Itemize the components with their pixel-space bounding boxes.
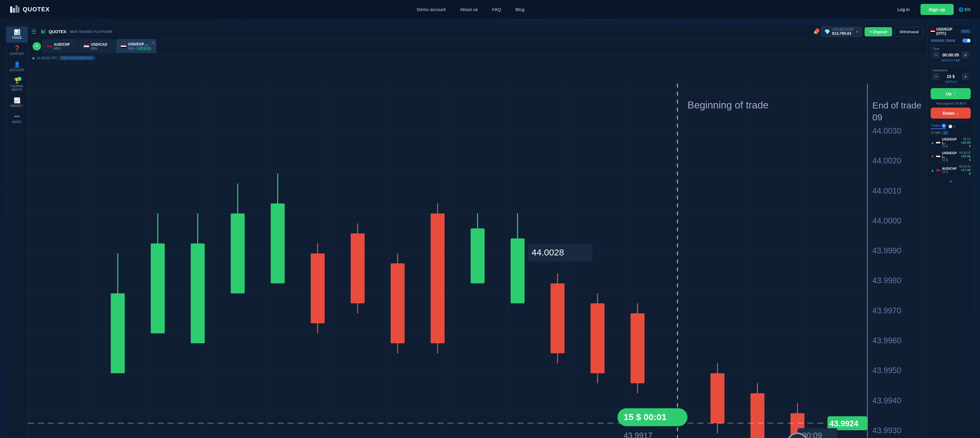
svg-rect-4 <box>41 30 43 33</box>
svg-text:43.9930: 43.9930 <box>872 426 901 435</box>
switch-time-link[interactable]: SWITCH TIME <box>933 59 969 62</box>
tab-pair-usd-cad: USD/CAD <box>91 43 107 47</box>
scroll-down-icon[interactable]: ▼ <box>931 177 971 184</box>
svg-rect-28 <box>391 263 405 343</box>
pair-information-button[interactable]: PAIR INFORMATION <box>59 56 95 60</box>
trade-time-3: 00:00:43 <box>958 165 971 168</box>
notification-bell[interactable]: 🔔 1 <box>813 30 818 34</box>
time-increase-button[interactable]: + <box>962 52 969 58</box>
investment-value: 15 $ <box>947 74 955 79</box>
nav-faq[interactable]: FAQ <box>492 7 501 12</box>
market-icon: 📈 <box>14 98 20 103</box>
svg-rect-24 <box>310 253 325 323</box>
nav-demo-account[interactable]: Demo account <box>417 7 446 12</box>
time-control-row: − 00:00:05 + <box>933 52 969 58</box>
tab-usd-cad[interactable]: USD/CAD 88% <box>79 40 115 52</box>
tab-usd-egp[interactable]: ✕ USD/EGP ... 93% +28.95 $ <box>116 40 156 53</box>
down-button[interactable]: Down ↓ <box>931 108 971 119</box>
withdrawal-button[interactable]: Withdrawal <box>894 27 924 37</box>
payout-row: Your payout: 28.95 $ <box>931 102 971 105</box>
more-icon: ••• <box>14 114 20 119</box>
pending-trade-label: PENDING TRADE <box>931 39 956 43</box>
chevron-down-icon: ▼ <box>856 30 859 33</box>
investment-increase-button[interactable]: + <box>962 73 969 80</box>
svg-rect-32 <box>471 229 485 284</box>
trades-tabs-row: Trades 1 🕐 0 <box>931 124 971 129</box>
deposit-button[interactable]: + Deposit <box>865 27 892 36</box>
time-value: 00:00:05 <box>942 52 959 57</box>
svg-text:End of trade: End of trade <box>872 100 921 110</box>
trade-pair-3: AUD/CHF <box>942 167 957 170</box>
support-icon: ❓ <box>14 46 20 51</box>
tab-profit-usd-egp: +28.95 $ <box>136 46 151 51</box>
language-selector[interactable]: 🌐 EN <box>958 7 970 12</box>
diamond-icon: 💎 <box>824 29 830 35</box>
tab-close-icon[interactable]: ✕ <box>152 41 154 45</box>
chart-header: ☰ QUOTEX WEB TRADING PLATFORM 🔔 1 <box>28 24 928 40</box>
svg-text:44.0028: 44.0028 <box>531 248 564 257</box>
notification-badge: 1 <box>815 29 819 33</box>
sidebar-item-support[interactable]: ❓ SUPPORT <box>6 43 27 59</box>
main-content: 📊 TRADE ❓ SUPPORT 👤 ACCOUNT 🏆 3 TOURN <box>0 19 980 438</box>
sidebar-item-market[interactable]: 📈 MARKET <box>6 95 27 111</box>
trade-record-info-3: AUD/CHF 15 $ <box>942 167 957 174</box>
timer-tab[interactable]: 🕐 0 <box>948 125 955 129</box>
clock-icon: 🕐 <box>948 125 953 129</box>
nav-right: Log in Sign up 🌐 EN <box>891 4 970 15</box>
trade-date-row: 21 MAY 10 <box>931 131 971 135</box>
svg-rect-22 <box>270 203 285 283</box>
trade-profit-2: +28.95 $ <box>958 154 971 162</box>
sidebar-item-tournaments[interactable]: 🏆 3 TOURNA-MENTS <box>6 75 27 95</box>
svg-rect-40 <box>630 313 644 383</box>
pending-trade-row: PENDING TRADE <box>931 38 971 43</box>
trade-pair-1: USD/EGP (... <box>942 137 957 144</box>
tab-aud-chf[interactable]: AUD/CHF 86% <box>42 40 78 52</box>
signup-button[interactable]: Sign up <box>921 4 954 15</box>
top-navigation: QUOTEX Demo account About us FAQ Blog Lo… <box>0 0 980 19</box>
nav-blog[interactable]: Blog <box>515 7 524 12</box>
svg-rect-34 <box>511 238 525 303</box>
svg-rect-20 <box>231 213 245 293</box>
left-sidebar: 📊 TRADE ❓ SUPPORT 👤 ACCOUNT 🏆 3 TOURN <box>6 24 28 438</box>
tab-pair-usd-egp: USD/EGP ... <box>128 42 151 46</box>
trade-record-info-2: USD/EGP (... 15 $ <box>942 151 957 162</box>
svg-rect-6 <box>44 29 45 33</box>
sidebar-item-more[interactable]: ••• MORE <box>6 111 27 127</box>
svg-text:43.9917: 43.9917 <box>624 431 652 438</box>
add-tab-button[interactable]: + <box>33 42 41 51</box>
svg-rect-18 <box>191 243 205 343</box>
trade-direction-up-icon-3: ▲ <box>931 168 934 172</box>
trade-record-2: ▼ USD/EGP (... 15 $ 00:00:05 +28.95 $ <box>931 150 971 163</box>
svg-text:44.0010: 44.0010 <box>872 186 901 195</box>
account-info[interactable]: 💎 LIVE ACCOUNT $12,765.61 ▼ <box>821 26 862 37</box>
trades-tab[interactable]: Trades 1 <box>931 124 946 129</box>
svg-text:43.9924: 43.9924 <box>829 419 858 428</box>
trade-direction-up-icon-1: ▲ <box>931 141 934 145</box>
trade-amount-2: 15 $ <box>942 158 957 162</box>
svg-text:43.9970: 43.9970 <box>872 306 901 315</box>
tab-pct-aud-chf: 86% <box>54 47 70 50</box>
trade-icon: 📊 <box>14 30 20 35</box>
chart-section: ☰ QUOTEX WEB TRADING PLATFORM 🔔 1 <box>28 24 928 438</box>
trading-platform: 📊 TRADE ❓ SUPPORT 👤 ACCOUNT 🏆 3 TOURN <box>6 24 974 438</box>
switch-link[interactable]: SWITCH <box>933 80 969 84</box>
hamburger-menu[interactable]: ☰ <box>32 29 36 35</box>
time-decrease-button[interactable]: − <box>933 52 939 58</box>
trade-pair-name: USD/EGP (OTC) <box>936 27 961 36</box>
login-button[interactable]: Log in <box>891 5 916 14</box>
pending-trade-toggle[interactable] <box>963 38 971 43</box>
svg-rect-38 <box>590 303 605 373</box>
trade-record-right-2: 00:00:05 +28.95 $ <box>958 151 971 162</box>
svg-rect-1 <box>13 8 15 13</box>
nav-about-us[interactable]: About us <box>460 7 478 12</box>
sidebar-item-account[interactable]: 👤 ACCOUNT <box>6 59 27 75</box>
down-arrow-icon: ↓ <box>957 111 959 116</box>
svg-rect-30 <box>431 213 445 343</box>
trade-record-right-1: 00:01 +28.95 $ <box>958 137 971 148</box>
svg-text:44.0000: 44.0000 <box>872 216 901 225</box>
trade-record-right-3: 00:00:43 +27.90 $ <box>958 165 971 175</box>
investment-decrease-button[interactable]: − <box>933 73 939 80</box>
sidebar-item-trade[interactable]: 📊 TRADE <box>6 27 27 43</box>
plus-icon: + <box>869 30 872 34</box>
up-button[interactable]: Up ↑ <box>931 88 971 99</box>
